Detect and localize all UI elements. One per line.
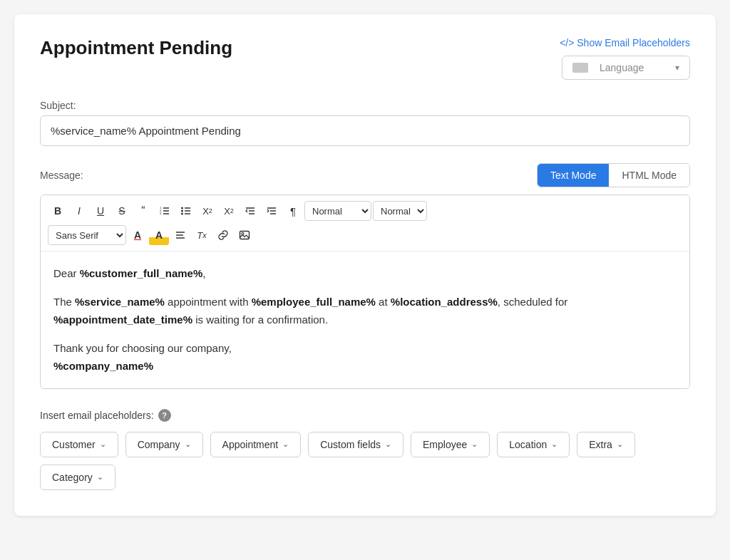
chevron-down-icon: ⌄	[551, 440, 557, 449]
subject-input[interactable]	[40, 115, 690, 146]
bold-button[interactable]: B	[48, 201, 68, 221]
image-button[interactable]	[235, 225, 255, 245]
help-icon[interactable]: ?	[158, 409, 171, 422]
toolbar: B I U S “ 1.2.3. X2 X2 ¶	[41, 195, 689, 252]
underline-button[interactable]: U	[91, 201, 110, 221]
indent-increase-button[interactable]	[262, 201, 282, 221]
paragraph-button[interactable]: ¶	[283, 201, 303, 221]
chevron-down-icon: ⌄	[617, 440, 623, 449]
unordered-list-button[interactable]	[176, 201, 196, 221]
chevron-down-icon: ⌄	[282, 440, 289, 449]
language-flag	[572, 63, 588, 73]
editor-content[interactable]: Dear %customer_full_name%, The %service_…	[41, 252, 689, 388]
subject-label: Subject:	[40, 100, 690, 111]
svg-rect-21	[240, 232, 250, 239]
header-right: </> Show Email Placeholders Language ▾	[560, 37, 690, 80]
insert-placeholders-label: Insert email placeholders: ?	[40, 409, 690, 422]
placeholder-btn-extra[interactable]: Extra ⌄	[577, 432, 635, 457]
heading-select-2[interactable]: Normal Small Large	[373, 201, 427, 221]
html-mode-button[interactable]: HTML Mode	[609, 164, 689, 187]
message-header: Message: Text Mode HTML Mode	[40, 163, 690, 187]
font-highlight-button[interactable]: A	[149, 225, 169, 245]
text-mode-button[interactable]: Text Mode	[538, 164, 610, 187]
chevron-down-icon: ⌄	[185, 440, 191, 449]
blockquote-button[interactable]: “	[133, 201, 153, 221]
placeholder-btn-appointment[interactable]: Appointment ⌄	[210, 432, 302, 457]
chevron-down-icon: ⌄	[385, 440, 391, 449]
var-location-address: %location_address%	[391, 296, 498, 308]
language-text: Language	[600, 62, 669, 73]
show-placeholders-link[interactable]: </> Show Email Placeholders	[560, 37, 690, 48]
font-color-button[interactable]: A	[128, 225, 148, 245]
chevron-down-icon: ⌄	[100, 440, 106, 449]
placeholder-btn-custom-fields[interactable]: Custom fields ⌄	[308, 432, 403, 457]
chevron-down-icon: ⌄	[471, 440, 478, 449]
var-company-name: %company_name%	[53, 360, 153, 372]
header-row: Appointment Pending </> Show Email Place…	[40, 37, 690, 80]
toolbar-row1: B I U S “ 1.2.3. X2 X2 ¶	[48, 201, 427, 221]
placeholder-btn-employee[interactable]: Employee ⌄	[411, 432, 490, 457]
placeholder-btn-location[interactable]: Location ⌄	[497, 432, 570, 457]
chevron-down-icon: ⌄	[97, 472, 103, 482]
subscript-button[interactable]: X2	[197, 201, 217, 221]
page-title: Appointment Pending	[40, 37, 232, 59]
italic-button[interactable]: I	[69, 201, 89, 221]
font-family-select[interactable]: Sans Serif Serif Monospace	[48, 225, 126, 245]
var-appointment-date-time: %appointment_date_time%	[53, 313, 192, 326]
chevron-down-icon: ▾	[675, 63, 679, 73]
var-customer-full-name: %customer_full_name%	[80, 267, 203, 279]
placeholder-buttons: Customer ⌄ Company ⌄ Appointment ⌄ Custo…	[40, 432, 690, 490]
strikethrough-button[interactable]: S	[112, 201, 132, 221]
link-button[interactable]	[213, 225, 233, 245]
ordered-list-button[interactable]: 1.2.3.	[155, 201, 175, 221]
svg-point-22	[242, 233, 244, 235]
placeholder-btn-category[interactable]: Category ⌄	[40, 465, 115, 490]
indent-decrease-button[interactable]	[240, 201, 260, 221]
message-label: Message:	[40, 170, 83, 181]
svg-point-11	[181, 213, 183, 215]
placeholder-btn-company[interactable]: Company ⌄	[125, 432, 203, 457]
var-service-name: %service_name%	[75, 296, 165, 308]
svg-text:3.: 3.	[160, 212, 162, 215]
superscript-button[interactable]: X2	[219, 201, 239, 221]
placeholder-btn-customer[interactable]: Customer ⌄	[40, 432, 118, 457]
align-button[interactable]	[170, 225, 190, 245]
svg-point-10	[181, 210, 183, 212]
main-container: Appointment Pending </> Show Email Place…	[14, 14, 716, 516]
clear-format-button[interactable]: Tx	[192, 225, 212, 245]
heading-select-1[interactable]: Normal Heading 1 Heading 2	[304, 201, 371, 221]
language-dropdown[interactable]: Language ▾	[562, 56, 690, 80]
var-employee-full-name: %employee_full_name%	[252, 296, 376, 308]
toolbar-row2: Sans Serif Serif Monospace A A Tx	[48, 225, 682, 245]
svg-point-9	[181, 207, 183, 209]
editor-wrapper: B I U S “ 1.2.3. X2 X2 ¶	[40, 195, 690, 389]
mode-buttons: Text Mode HTML Mode	[537, 163, 690, 187]
